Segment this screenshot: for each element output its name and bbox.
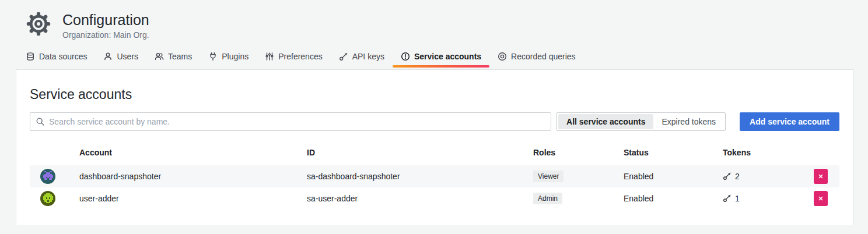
tab-plugins[interactable]: Plugins <box>200 48 257 68</box>
delete-service-account-button[interactable] <box>814 169 828 184</box>
status-value: Enabled <box>624 172 723 181</box>
page-header: Configuration Organization: Main Org. <box>0 0 868 40</box>
tab-api-keys[interactable]: API keys <box>331 48 393 68</box>
record-circle-icon <box>498 52 507 61</box>
role-badge: Admin <box>533 193 562 204</box>
account-id: sa-user-adder <box>307 194 533 203</box>
tokens-cell: 1 <box>723 194 814 203</box>
tokens-cell: 2 <box>723 172 814 181</box>
table-row[interactable]: dashboard-snapshoter sa-dashboard-snapsh… <box>30 165 839 187</box>
column-header-id: ID <box>307 148 533 157</box>
tab-label: Recorded queries <box>511 52 576 61</box>
delete-service-account-button[interactable] <box>814 191 828 206</box>
key-icon <box>723 194 732 203</box>
content-card: Service accounts All service accounts Ex… <box>16 69 853 225</box>
avatar <box>40 191 55 206</box>
status-value: Enabled <box>624 194 723 203</box>
tab-users[interactable]: Users <box>95 48 146 68</box>
column-header-account: Account <box>79 148 307 157</box>
table-row[interactable]: user-adder sa-user-adder Admin Enabled 1 <box>30 187 839 210</box>
roles-cell: Admin <box>533 193 624 204</box>
table-header-row: Account ID Roles Status Tokens <box>30 148 839 165</box>
account-name-link[interactable]: dashboard-snapshoter <box>79 172 307 181</box>
gear-icon <box>26 12 51 36</box>
sliders-icon <box>265 52 274 61</box>
tab-label: Users <box>117 52 138 61</box>
column-header-tokens: Tokens <box>723 148 814 157</box>
header-text: Configuration Organization: Main Org. <box>62 12 149 40</box>
column-header-roles: Roles <box>533 148 624 157</box>
avatar <box>40 169 55 184</box>
column-header-status: Status <box>624 148 723 157</box>
account-name-link[interactable]: user-adder <box>79 194 307 203</box>
tab-bar: Data sources Users Teams <box>0 48 868 68</box>
exclamation-circle-icon <box>401 52 410 61</box>
add-service-account-button[interactable]: Add service account <box>740 112 839 131</box>
close-icon <box>817 173 824 180</box>
users-icon <box>155 52 164 61</box>
role-badge: Viewer <box>533 171 564 182</box>
plug-icon <box>208 52 218 61</box>
account-id: sa-dashboard-snapshoter <box>307 172 533 181</box>
token-count: 1 <box>735 194 740 203</box>
actions-cell <box>814 191 839 206</box>
tab-service-accounts[interactable]: Service accounts <box>393 48 489 68</box>
actions-cell <box>814 169 839 184</box>
tab-label: Teams <box>168 52 192 61</box>
roles-cell: Viewer <box>533 171 624 182</box>
filter-group: All service accounts Expired tokens <box>556 112 726 131</box>
tab-label: Plugins <box>222 52 249 61</box>
section-title: Service accounts <box>30 87 839 102</box>
page-subtitle: Organization: Main Org. <box>62 30 149 40</box>
search-icon <box>36 117 45 126</box>
tab-label: API keys <box>352 52 384 61</box>
service-accounts-table: Account ID Roles Status Tokens <box>30 148 839 210</box>
key-icon <box>339 52 348 61</box>
database-icon <box>26 52 35 61</box>
search-box <box>30 112 551 131</box>
toolbar: All service accounts Expired tokens Add … <box>30 112 839 131</box>
tab-label: Data sources <box>39 52 87 61</box>
avatar-cell <box>30 169 79 184</box>
user-icon <box>103 52 113 61</box>
avatar-cell <box>30 191 79 206</box>
tab-label: Preferences <box>278 52 322 61</box>
tab-recorded-queries[interactable]: Recorded queries <box>489 48 584 68</box>
tab-data-sources[interactable]: Data sources <box>18 48 95 68</box>
tab-label: Service accounts <box>414 52 481 61</box>
tab-preferences[interactable]: Preferences <box>257 48 330 68</box>
tab-teams[interactable]: Teams <box>146 48 200 68</box>
filter-expired-tokens[interactable]: Expired tokens <box>653 114 724 129</box>
page-title: Configuration <box>62 12 149 29</box>
token-count: 2 <box>735 172 740 181</box>
close-icon <box>817 195 824 202</box>
search-input[interactable] <box>49 117 545 126</box>
key-icon <box>723 172 732 180</box>
filter-all-service-accounts[interactable]: All service accounts <box>558 114 653 129</box>
